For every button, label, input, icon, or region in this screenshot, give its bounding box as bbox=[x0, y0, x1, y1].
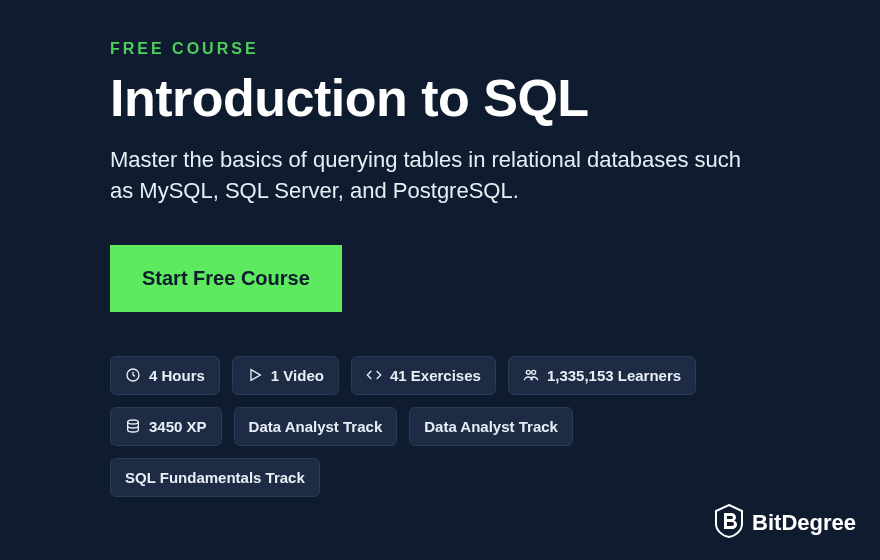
brand-watermark: BitDegree bbox=[714, 504, 856, 542]
chip-label: 41 Exercises bbox=[390, 367, 481, 384]
chip-label: 1,335,153 Learners bbox=[547, 367, 681, 384]
code-icon bbox=[366, 367, 382, 383]
svg-point-1 bbox=[526, 371, 530, 375]
chip-label: SQL Fundamentals Track bbox=[125, 469, 305, 486]
xp-chip: 3450 XP bbox=[110, 407, 222, 446]
brand-name: BitDegree bbox=[752, 510, 856, 536]
start-course-button[interactable]: Start Free Course bbox=[110, 245, 342, 312]
course-description: Master the basics of querying tables in … bbox=[110, 145, 750, 207]
brand-logo-icon bbox=[714, 504, 744, 542]
learners-icon bbox=[523, 367, 539, 383]
exercises-chip: 41 Exercises bbox=[351, 356, 496, 395]
metadata-chips: 4 Hours 1 Video 41 Exercises 1,335,153 L… bbox=[110, 356, 770, 497]
svg-point-2 bbox=[532, 371, 536, 375]
play-icon bbox=[247, 367, 263, 383]
chip-label: Data Analyst Track bbox=[424, 418, 558, 435]
clock-icon bbox=[125, 367, 141, 383]
course-title: Introduction to SQL bbox=[110, 70, 830, 127]
hours-chip: 4 Hours bbox=[110, 356, 220, 395]
chip-label: 3450 XP bbox=[149, 418, 207, 435]
xp-icon bbox=[125, 418, 141, 434]
chip-label: 4 Hours bbox=[149, 367, 205, 384]
track-chip[interactable]: SQL Fundamentals Track bbox=[110, 458, 320, 497]
track-chip[interactable]: Data Analyst Track bbox=[409, 407, 573, 446]
learners-chip: 1,335,153 Learners bbox=[508, 356, 696, 395]
svg-point-3 bbox=[128, 420, 139, 424]
chip-label: Data Analyst Track bbox=[249, 418, 383, 435]
course-eyebrow: FREE COURSE bbox=[110, 40, 830, 58]
track-chip[interactable]: Data Analyst Track bbox=[234, 407, 398, 446]
video-chip: 1 Video bbox=[232, 356, 339, 395]
chip-label: 1 Video bbox=[271, 367, 324, 384]
